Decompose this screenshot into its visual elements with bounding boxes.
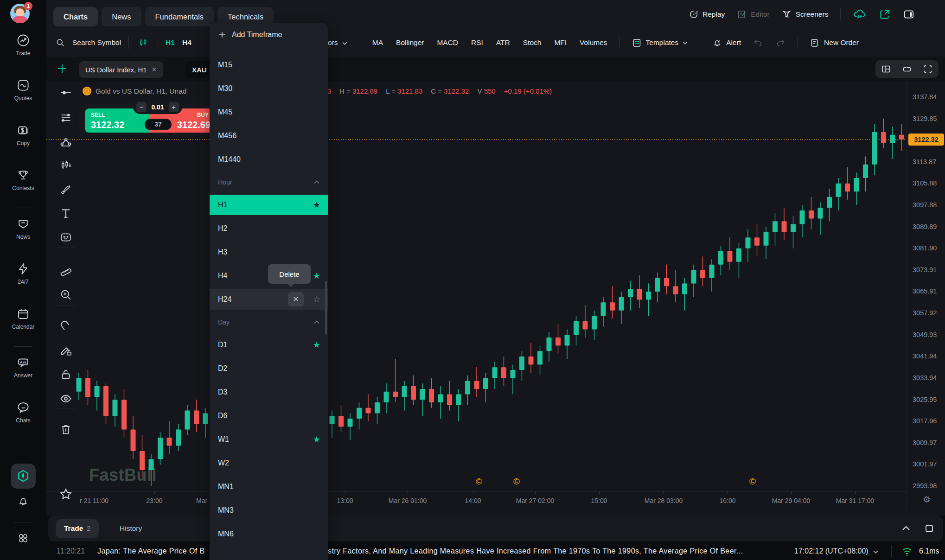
server-clock[interactable]: 17:02:12 (UTC+08:00) [794,547,878,555]
indicator-mfi[interactable]: MFI [554,38,567,47]
nav-tab-fundamentals[interactable]: Fundamentals [145,7,214,26]
lot-decrease-button[interactable]: − [136,102,147,112]
tab-trade[interactable]: Trade 2 [56,519,99,538]
candlestick-type-icon[interactable] [138,38,148,48]
sidebar-item-charting-active[interactable] [11,464,36,489]
search-symbol-button[interactable]: Search Symbol [72,38,121,47]
delete-timeframe-button[interactable]: ✕ [288,292,304,306]
menu-item-h3[interactable]: H3 [210,242,328,262]
candle-body [411,386,416,400]
candle-body [149,459,154,470]
indicator-stoch[interactable]: Stoch [523,38,542,47]
brush-icon[interactable] [58,182,73,197]
menu-item-d6[interactable]: D6 [210,406,328,426]
sticker-icon[interactable] [58,230,73,245]
volume-item: V 550 [477,87,495,95]
menu-section-day[interactable]: Day [210,314,328,330]
symbol-title[interactable]: Gold vs US Dollar, H1, Unad [96,87,186,95]
draw-lock-icon[interactable] [58,343,73,358]
lock-icon[interactable] [58,367,73,382]
zoom-in-icon[interactable] [58,287,73,302]
sidebar-item-calendar[interactable]: Calendar [0,307,46,330]
menu-item-m45[interactable]: M45 [210,102,328,122]
menu-section-hour[interactable]: Hour [210,174,328,190]
sidebar-item-247[interactable]: 24/7 [0,262,46,285]
menu-item-h24[interactable]: H24✕☆ [210,289,328,310]
indicator-rsi[interactable]: RSI [471,38,483,47]
menu-item-w1[interactable]: W1★ [210,429,328,450]
lot-increase-button[interactable]: + [169,102,179,112]
sidebar-item-contests[interactable]: Contests [0,168,46,191]
eye-icon[interactable] [58,391,73,406]
cloud-sync-icon[interactable] [853,7,867,21]
menu-item-m456[interactable]: M456 [210,126,328,146]
panel-toggle-icon[interactable] [903,8,915,20]
new-order-button[interactable]: New Order [810,38,859,48]
menu-item-m15[interactable]: M15 [210,55,328,75]
indicator-bollinger[interactable]: Bollinger [396,38,424,47]
alert-button[interactable]: Alert [712,38,741,48]
trendlines-icon[interactable] [58,110,73,125]
favorite-star-icon[interactable]: ★ [313,200,320,210]
dropdown-scrollbar[interactable] [325,281,327,335]
menu-item-mn1[interactable]: MN1 [210,477,328,497]
timeframe-h4-button[interactable]: H4 [182,38,192,47]
indicator-macd[interactable]: MACD [437,38,458,47]
sidebar-item-trade[interactable]: Trade [0,33,46,57]
favorite-star-icon[interactable]: ★ [313,434,320,445]
menu-item-m30[interactable]: M30 [210,78,328,99]
collapse-panel-icon[interactable] [900,523,912,534]
menu-item-d2[interactable]: D2 [210,358,328,379]
menu-item-mn3[interactable]: MN3 [210,500,328,521]
sidebar-item-copy[interactable]: Copy [0,123,46,146]
templates-button[interactable]: Templates [632,38,688,48]
replay-button[interactable]: Replay [689,9,725,19]
expand-panel-icon[interactable] [924,523,935,534]
trash-icon[interactable] [58,422,73,437]
nav-tab-charts[interactable]: Charts [53,7,98,26]
news-headline-start[interactable]: Japan: The Average Price Of B [97,547,205,555]
favorite-star-icon[interactable]: ☆ [313,294,320,305]
menu-item-d1[interactable]: D1★ [210,335,328,355]
news-headline-end[interactable]: stry Factors, And Many Leading Measures … [328,547,743,555]
menu-item-w2[interactable]: W2 [210,453,328,473]
magnet-icon[interactable] [58,319,73,334]
menu-item-d3[interactable]: D3 [210,382,328,402]
menu-item-h2[interactable]: H2 [210,218,328,239]
menu-item-h1[interactable]: H1★ [210,195,328,215]
menu-item-mn6[interactable]: MN6 [210,524,328,544]
menu-item-m1440[interactable]: M1440 [210,149,328,170]
user-avatar[interactable]: 1 [10,4,31,24]
share-external-icon[interactable] [879,8,891,20]
sidebar-item-answer[interactable]: AskAnswer [0,356,46,379]
ruler-icon[interactable] [58,263,73,278]
lot-size-value[interactable]: 0.01 [151,103,164,111]
text-icon[interactable] [58,206,73,221]
price-axis[interactable]: 3137.843129.853113.873105.883097.883089.… [907,57,945,510]
patterns-icon[interactable] [58,158,73,172]
indicators-menu-fragment[interactable]: ors [328,38,347,47]
timeframe-h1-button[interactable]: H1 [166,38,175,47]
nav-tab-news[interactable]: News [102,7,141,26]
sidebar-item-chats[interactable]: Chats [0,401,46,424]
screeners-button[interactable]: Screeners [782,9,829,19]
add-timeframe-button[interactable]: Add Timeframe [210,23,328,46]
sidebar-item-quotes[interactable]: Quotes [0,78,46,102]
sidebar-item-news[interactable]: News [0,217,46,240]
indicator-atr[interactable]: ATR [496,38,510,47]
undo-icon[interactable] [753,38,763,48]
favorite-star-icon[interactable]: ★ [313,340,320,350]
editor-button[interactable]: Editor [737,9,770,19]
tab-history[interactable]: History [111,519,150,538]
favorite-star-icon[interactable]: ★ [313,271,320,281]
open-value-fragment: 3 [327,87,331,95]
indicator-ma[interactable]: MA [372,38,383,47]
candle-body [338,416,344,426]
redo-icon[interactable] [775,38,785,48]
sidebar-item-apps[interactable] [0,532,46,544]
x-axis-line [46,491,907,492]
indicator-volumes[interactable]: Volumes [580,38,607,47]
sidebar-item-notifications[interactable] [0,495,46,507]
star-icon[interactable] [58,487,73,502]
pitchfork-icon[interactable] [58,134,73,149]
